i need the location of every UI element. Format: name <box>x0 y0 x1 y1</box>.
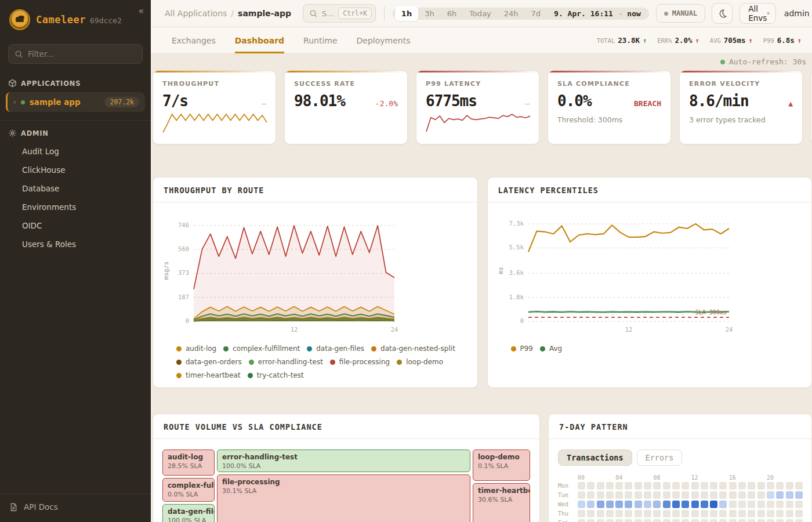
chevron-right-icon[interactable]: › <box>13 98 16 106</box>
range-button-today[interactable]: Today <box>463 6 498 21</box>
time-range-end[interactable]: now <box>624 9 646 18</box>
sidebar-item-audit-log[interactable]: Audit Log <box>0 142 151 161</box>
heatmap-cell[interactable] <box>653 482 661 490</box>
range-button-7d[interactable]: 7d <box>525 6 548 21</box>
heatmap-cell[interactable] <box>729 501 737 508</box>
heatmap-cell[interactable] <box>767 519 774 522</box>
heatmap-cell[interactable] <box>644 519 651 522</box>
toggle-transactions[interactable]: Transactions <box>558 449 632 466</box>
heatmap-cell[interactable] <box>682 482 689 490</box>
heatmap-cell[interactable] <box>701 519 708 522</box>
heatmap-cell[interactable] <box>691 491 699 499</box>
heatmap-cell[interactable] <box>682 510 689 517</box>
heatmap-cell[interactable] <box>701 501 708 508</box>
heatmap-cell[interactable] <box>672 501 680 508</box>
heatmap-cell[interactable] <box>615 501 623 508</box>
heatmap-cell[interactable] <box>748 482 755 490</box>
sidebar-item-environments[interactable]: Environments <box>0 198 151 216</box>
heatmap-cell[interactable] <box>691 501 699 508</box>
heatmap-cell[interactable] <box>748 519 755 522</box>
heatmap-cell[interactable] <box>719 510 727 517</box>
heatmap-cell[interactable] <box>776 510 784 517</box>
heatmap-cell[interactable] <box>738 501 746 508</box>
sidebar-item-api-docs[interactable]: API Docs <box>0 494 151 522</box>
sidebar-filter-input[interactable]: Filter... <box>8 44 143 64</box>
heatmap-cell[interactable] <box>729 482 737 490</box>
legend-item-Avg[interactable]: Avg <box>540 345 562 353</box>
breadcrumb-all-applications[interactable]: All Applications <box>165 9 227 18</box>
treemap-box-complex-fulfil-[interactable]: complex-fulfil…0.0% SLA <box>162 478 215 502</box>
treemap-box-error-handling-test[interactable]: error-handling-test100.0% SLA <box>217 449 470 472</box>
treemap-box-file-processing[interactable]: file-processing30.1% SLA <box>217 474 470 522</box>
heatmap-cell[interactable] <box>653 519 661 522</box>
heatmap-cell[interactable] <box>757 482 765 490</box>
heatmap-cell[interactable] <box>672 510 680 517</box>
heatmap-cell[interactable] <box>719 501 727 508</box>
range-button-1h[interactable]: 1h <box>395 6 418 21</box>
heatmap-cell[interactable] <box>795 491 803 499</box>
heatmap-cell[interactable] <box>653 501 661 508</box>
heatmap-cell[interactable] <box>644 482 651 490</box>
heatmap-cell[interactable] <box>587 501 594 508</box>
heatmap-cell[interactable] <box>635 519 642 522</box>
heatmap-cell[interactable] <box>795 519 803 522</box>
heatmap-cell[interactable] <box>748 491 755 499</box>
heatmap-cell[interactable] <box>625 510 632 517</box>
heatmap-cell[interactable] <box>776 519 784 522</box>
heatmap-cell[interactable] <box>615 482 623 490</box>
heatmap-cell[interactable] <box>748 510 755 517</box>
tab-runtime[interactable]: Runtime <box>303 27 337 53</box>
heatmap-cell[interactable] <box>672 491 680 499</box>
heatmap-cell[interactable] <box>757 491 765 499</box>
sidebar-item-clickhouse[interactable]: ClickHouse <box>0 161 151 179</box>
heatmap-cell[interactable] <box>738 482 746 490</box>
heatmap-cell[interactable] <box>625 491 632 499</box>
heatmap-cell[interactable] <box>606 491 614 499</box>
heatmap-cell[interactable] <box>786 519 793 522</box>
tab-exchanges[interactable]: Exchanges <box>172 27 216 53</box>
heatmap-cell[interactable] <box>795 501 803 508</box>
heatmap-cell[interactable] <box>587 482 594 490</box>
sidebar-collapse-icon[interactable]: « <box>139 6 144 16</box>
heatmap-cell[interactable] <box>786 501 793 508</box>
heatmap-cell[interactable] <box>710 491 717 499</box>
legend-item-error-handling-test[interactable]: error-handling-test <box>249 358 323 366</box>
heatmap-cell[interactable] <box>663 519 670 522</box>
heatmap-cell[interactable] <box>682 519 689 522</box>
range-button-6h[interactable]: 6h <box>441 6 463 21</box>
time-range-start[interactable]: 9. Apr. 16:11 <box>547 9 618 18</box>
heatmap-cell[interactable] <box>663 501 670 508</box>
heatmap-cell[interactable] <box>767 491 774 499</box>
legend-item-timer-heartbeat[interactable]: timer-heartbeat <box>176 371 241 379</box>
heatmap-cell[interactable] <box>786 482 793 490</box>
heatmap-cell[interactable] <box>682 491 689 499</box>
sidebar-item-users-roles[interactable]: Users & Roles <box>0 235 151 253</box>
heatmap-cell[interactable] <box>795 482 803 490</box>
heatmap-cell[interactable] <box>587 519 594 522</box>
legend-item-file-processing[interactable]: file-processing <box>330 358 390 366</box>
heatmap-cell[interactable] <box>606 501 614 508</box>
heatmap-cell[interactable] <box>597 491 604 499</box>
heatmap-cell[interactable] <box>701 491 708 499</box>
legend-item-data-gen-orders[interactable]: data-gen-orders <box>176 358 242 366</box>
heatmap-cell[interactable] <box>757 519 765 522</box>
treemap-box-timer-heartbeat[interactable]: timer-heartbeat30.6% SLA <box>473 483 530 522</box>
heatmap-cell[interactable] <box>710 519 717 522</box>
heatmap-cell[interactable] <box>644 491 651 499</box>
heatmap-cell[interactable] <box>635 491 642 499</box>
heatmap-cell[interactable] <box>719 482 727 490</box>
dark-mode-toggle[interactable] <box>712 3 733 24</box>
heatmap-cell[interactable] <box>597 510 604 517</box>
heatmap-cell[interactable] <box>663 491 670 499</box>
heatmap-cell[interactable] <box>597 519 604 522</box>
sidebar-item-sample-app[interactable]: › sample app 207.2k <box>6 92 145 112</box>
sidebar-item-database[interactable]: Database <box>0 179 151 198</box>
heatmap-cell[interactable] <box>578 501 585 508</box>
heatmap-cell[interactable] <box>663 482 670 490</box>
heatmap-cell[interactable] <box>653 491 661 499</box>
manual-refresh-button[interactable]: MANUAL <box>656 4 705 23</box>
heatmap-cell[interactable] <box>663 510 670 517</box>
heatmap-cell[interactable] <box>776 482 784 490</box>
heatmap-cell[interactable] <box>729 519 737 522</box>
legend-item-loop-demo[interactable]: loop-demo <box>397 358 443 366</box>
